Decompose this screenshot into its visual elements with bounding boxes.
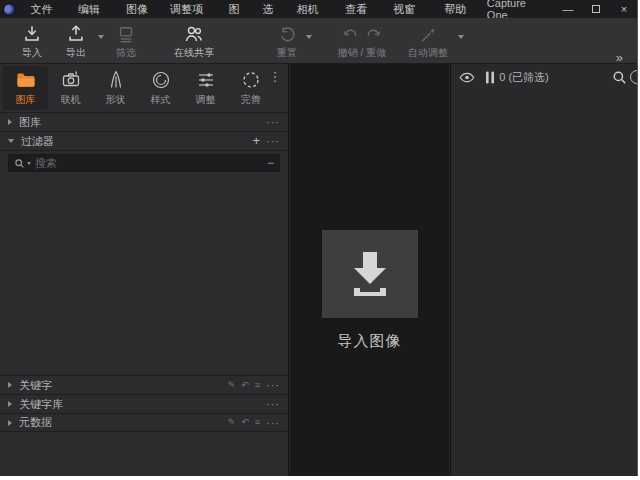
import-button[interactable]: 导入	[14, 20, 50, 62]
tab-styles[interactable]: 样式	[138, 66, 183, 110]
browser-toolbar: 0 (已筛选)	[451, 64, 637, 90]
tool-tabs-menu-button[interactable]: ⋮	[268, 72, 282, 81]
copy-adjustments-icon[interactable]: ✎	[228, 418, 236, 427]
cull-button[interactable]: 筛选	[108, 20, 144, 62]
metadata-section-header[interactable]: 元数据 ✎ ↶ ≡ ···	[0, 413, 288, 432]
brush-icon	[106, 69, 126, 91]
auto-adjust-button[interactable]: 自动调整	[402, 20, 464, 62]
export-icon	[66, 22, 86, 44]
menu-select[interactable]: 选择	[257, 0, 290, 18]
browser-area: 0 (已筛选)	[450, 64, 637, 476]
more-icon[interactable]: ···	[266, 380, 280, 390]
app-window: 文件(F) 编辑(E) 图像(I) 调整项(A) 图层 选择 相机(C) 查看(…	[0, 0, 638, 476]
clipped-circle-icon[interactable]	[630, 70, 638, 84]
reset-icon	[278, 22, 296, 44]
menu-view[interactable]: 查看(V)	[339, 0, 386, 18]
library-section-header[interactable]: 图库 ···	[0, 112, 288, 131]
import-images-button[interactable]	[322, 230, 418, 318]
menu-layer[interactable]: 图层	[223, 0, 256, 18]
cull-icon	[117, 22, 135, 44]
keywords-section-header[interactable]: 关键字 ✎ ↶ ≡ ···	[0, 375, 288, 394]
search-input[interactable]	[35, 157, 263, 169]
menu-adjustments[interactable]: 调整项(A)	[164, 0, 222, 18]
toolbar-overflow-button[interactable]: »	[616, 50, 623, 65]
caret-down-icon	[458, 35, 464, 39]
import-images-label: 导入图像	[290, 332, 449, 351]
tab-refine[interactable]: 完善	[228, 66, 273, 110]
search-icon	[14, 158, 25, 169]
caret-down-icon	[306, 35, 312, 39]
search-row: −	[0, 150, 288, 175]
dashed-circle-icon	[241, 69, 261, 91]
viewer-area: 导入图像	[290, 64, 449, 476]
sliders-icon	[196, 69, 216, 91]
menu-file[interactable]: 文件(F)	[25, 0, 71, 18]
undo-redo-button[interactable]: 撤销 / 重做	[326, 20, 398, 62]
styles-circle-icon	[151, 69, 171, 91]
filtered-count-label: 0 (已筛选)	[451, 70, 597, 85]
caret-down-icon	[98, 35, 104, 39]
import-arrow-icon	[345, 248, 395, 300]
menu-window[interactable]: 视窗(W)	[387, 0, 437, 18]
menu-camera[interactable]: 相机(C)	[291, 0, 339, 18]
reset-button[interactable]: 重置	[272, 20, 312, 62]
remove-search-button[interactable]: −	[267, 156, 274, 170]
add-filter-button[interactable]: +	[252, 135, 260, 147]
tab-capture[interactable]: 联机	[48, 66, 93, 110]
tool-tabs: 图库 联机 形状	[0, 64, 288, 112]
keyword-library-section-header[interactable]: 关键字库 ···	[0, 394, 288, 413]
close-button[interactable]: ×	[617, 0, 631, 18]
maximize-button[interactable]	[589, 0, 603, 18]
auto-adjust-wand-icon	[419, 22, 437, 44]
caret-down-icon[interactable]	[27, 162, 31, 165]
more-icon[interactable]: ···	[266, 117, 280, 127]
minimize-button[interactable]: —	[561, 0, 575, 18]
undo-redo-icons	[342, 22, 382, 44]
reset-icon[interactable]: ↶	[241, 418, 249, 427]
folder-icon	[16, 69, 36, 91]
search-box[interactable]: −	[8, 154, 280, 172]
app-logo-icon	[3, 3, 16, 16]
chevron-right-icon	[8, 401, 12, 407]
tab-library[interactable]: 图库	[3, 66, 48, 110]
presets-icon[interactable]: ≡	[255, 418, 260, 427]
browser-search-icon[interactable]	[612, 70, 627, 85]
chevron-right-icon	[8, 420, 12, 426]
titlebar: 文件(F) 编辑(E) 图像(I) 调整项(A) 图层 选择 相机(C) 查看(…	[0, 0, 637, 18]
share-button[interactable]: 在线共享	[162, 20, 226, 62]
share-people-icon	[183, 22, 205, 44]
menu-edit[interactable]: 编辑(E)	[72, 0, 119, 18]
menu-help[interactable]: 帮助(H)	[438, 0, 486, 18]
tab-adjust[interactable]: 调整	[183, 66, 228, 110]
tab-shapes[interactable]: 形状	[93, 66, 138, 110]
menu-image[interactable]: 图像(I)	[120, 0, 163, 18]
chevron-right-icon	[8, 119, 12, 125]
filters-section-header[interactable]: 过滤器 + ···	[0, 131, 288, 150]
camera-icon	[61, 69, 81, 91]
export-button[interactable]: 导出	[58, 20, 104, 62]
more-icon[interactable]: ···	[266, 399, 280, 409]
import-icon	[22, 22, 42, 44]
chevron-right-icon	[8, 382, 12, 388]
more-icon[interactable]: ···	[266, 136, 280, 146]
bottom-sections: 关键字 ✎ ↶ ≡ ··· 关键字库 ··· 元数据 ✎ ↶ ≡	[0, 375, 288, 432]
copy-adjustments-icon[interactable]: ✎	[228, 381, 236, 390]
left-panel: 图库 联机 形状	[0, 64, 289, 476]
presets-icon[interactable]: ≡	[255, 381, 260, 390]
more-icon[interactable]: ···	[266, 418, 280, 428]
reset-icon[interactable]: ↶	[241, 381, 249, 390]
maximize-icon	[592, 5, 600, 13]
main-toolbar: 导入 导出 筛选	[0, 18, 637, 64]
chevron-down-icon	[8, 139, 14, 143]
